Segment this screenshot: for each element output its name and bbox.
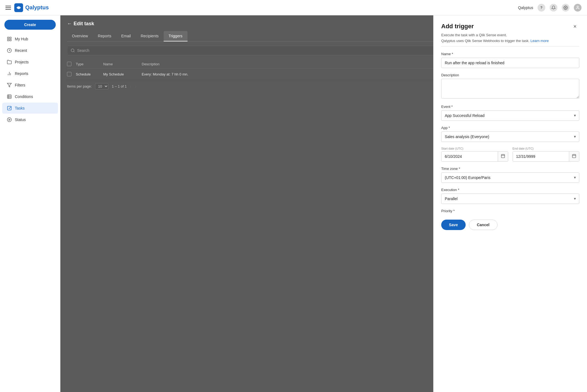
back-arrow-icon: ←	[67, 21, 72, 27]
panel-divider	[441, 46, 579, 46]
sidebar-item-tasks[interactable]: Tasks	[2, 103, 58, 114]
svg-line-21	[74, 51, 74, 52]
timezone-select[interactable]: (UTC+01:00) Europe/Paris (UTC+00:00) UTC…	[441, 172, 579, 183]
tab-email[interactable]: Email	[116, 31, 136, 41]
priority-label: Priority *	[441, 209, 579, 213]
pagination-range: 1 – 1 of 1	[112, 84, 127, 88]
description-label: Description	[441, 73, 579, 77]
svg-rect-26	[572, 155, 576, 158]
notification-icon[interactable]	[550, 4, 557, 12]
row-name: My Schedule	[103, 72, 142, 76]
date-row: Start date (UTC) End date (UTC)	[441, 147, 579, 162]
calendar-icon[interactable]	[569, 152, 579, 161]
description-field-group: Description	[441, 73, 579, 100]
svg-marker-12	[7, 83, 12, 87]
panel-footer: Save Cancel	[441, 220, 579, 233]
sidebar-item-label: Conditions	[15, 94, 33, 99]
end-date-group: End date (UTC)	[513, 147, 580, 162]
sidebar-item-label: Filters	[15, 83, 25, 87]
panel-title: Add trigger	[441, 23, 474, 30]
end-date-input[interactable]	[513, 152, 569, 161]
panel-desc2-text: Qalyptus uses Qlik Sense Webhooks to tri…	[441, 39, 529, 43]
sidebar-item-filters[interactable]: Filters	[2, 80, 58, 91]
hub-icon	[7, 36, 12, 42]
priority-field-group: Priority *	[441, 209, 579, 213]
sidebar-item-label: Projects	[15, 60, 29, 64]
app-select[interactable]: Sales analysis (Everyone)	[441, 131, 579, 142]
items-per-page-select[interactable]: 10 25 50	[95, 83, 108, 89]
svg-point-2	[565, 7, 566, 8]
sidebar-item-label: Status	[15, 117, 26, 122]
sidebar-item-reports[interactable]: Reports	[2, 68, 58, 79]
sidebar-item-my-hub[interactable]: My Hub	[2, 33, 58, 44]
sidebar-item-label: Tasks	[15, 106, 25, 110]
tab-triggers[interactable]: Triggers	[164, 31, 188, 41]
name-input[interactable]	[441, 58, 579, 68]
svg-rect-5	[10, 37, 11, 38]
cancel-button[interactable]: Cancel	[469, 220, 497, 230]
start-date-group: Start date (UTC)	[441, 147, 508, 162]
header-checkbox-col	[67, 62, 76, 66]
search-icon	[71, 48, 75, 53]
description-textarea[interactable]	[441, 79, 579, 99]
close-button[interactable]: ×	[571, 22, 579, 31]
tab-recipients[interactable]: Recipients	[136, 31, 163, 41]
end-date-label: End date (UTC)	[513, 147, 580, 150]
svg-rect-22	[501, 155, 505, 158]
row-checkbox[interactable]	[67, 72, 71, 76]
create-button[interactable]: Create	[4, 20, 56, 30]
tab-reports[interactable]: Reports	[93, 31, 116, 41]
help-icon[interactable]: ?	[538, 4, 545, 12]
row-type: Schedule	[76, 72, 103, 76]
app-field-group: App * Sales analysis (Everyone) ▼	[441, 126, 579, 142]
save-button[interactable]: Save	[441, 220, 466, 230]
execution-field-group: Execution * Parallel Sequential ▼	[441, 188, 579, 204]
learn-more-link[interactable]: Learn more	[530, 39, 549, 43]
avatar[interactable]	[574, 4, 582, 12]
conditions-icon	[7, 94, 12, 99]
tasks-icon	[7, 105, 12, 111]
sidebar-item-label: My Hub	[15, 37, 28, 41]
name-label: Name *	[441, 52, 579, 56]
sidebar-item-recent[interactable]: Recent	[2, 45, 58, 56]
select-all-checkbox[interactable]	[67, 62, 71, 66]
svg-point-20	[71, 49, 74, 52]
logo-icon	[14, 3, 23, 12]
svg-point-1	[18, 7, 20, 9]
col-name-header: Name	[103, 62, 142, 66]
execution-select[interactable]: Parallel Sequential	[441, 194, 579, 204]
sidebar-item-status[interactable]: Status	[2, 114, 58, 125]
svg-rect-7	[7, 40, 9, 41]
tab-overview[interactable]: Overview	[67, 31, 93, 41]
sidebar-item-label: Reports	[15, 71, 28, 76]
logo-text: Qalyptus	[25, 4, 49, 11]
edit-task-title: Edit task	[74, 21, 94, 27]
svg-rect-13	[7, 95, 11, 99]
sidebar-item-projects[interactable]: Projects	[2, 57, 58, 68]
reports-icon	[7, 71, 12, 76]
execution-select-wrapper: Parallel Sequential ▼	[441, 194, 579, 204]
svg-rect-17	[7, 106, 11, 110]
pagination-next[interactable]: ›	[135, 84, 136, 89]
svg-point-18	[7, 118, 12, 122]
calendar-icon[interactable]	[498, 152, 508, 161]
settings-icon[interactable]	[562, 4, 569, 12]
topbar: Qalyptus Qalyptus ?	[0, 0, 587, 15]
execution-label: Execution *	[441, 188, 579, 192]
timezone-field-group: Time zone * (UTC+01:00) Europe/Paris (UT…	[441, 167, 579, 183]
topbar-left: Qalyptus	[5, 3, 49, 12]
topbar-right: Qalyptus ?	[518, 4, 582, 12]
end-date-wrapper	[513, 151, 580, 162]
panel-desc1: Execute the task with a Qlik Sense event…	[441, 33, 579, 37]
sidebar-item-conditions[interactable]: Conditions	[2, 91, 58, 102]
sidebar: Create My Hub Recent Projects Reports	[0, 15, 60, 392]
logo-wrapper: Qalyptus	[14, 3, 49, 12]
event-select[interactable]: App Successful Reload App Failed Reload …	[441, 110, 579, 121]
svg-point-3	[577, 6, 578, 7]
start-date-input[interactable]	[441, 152, 498, 161]
pagination-prev[interactable]: ‹	[130, 84, 132, 89]
projects-icon	[7, 59, 12, 65]
event-label: Event *	[441, 105, 579, 109]
hamburger-icon[interactable]	[5, 6, 11, 10]
event-select-wrapper: App Successful Reload App Failed Reload …	[441, 110, 579, 121]
